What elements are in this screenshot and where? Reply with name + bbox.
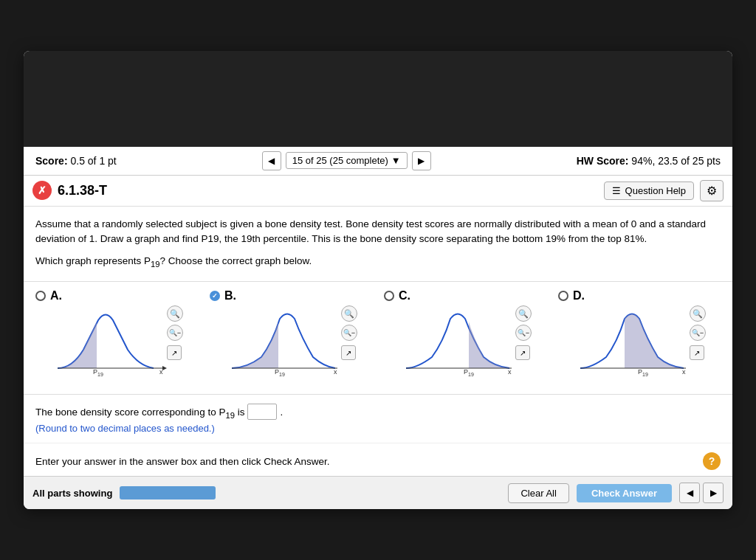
answer-prefix: The bone density score corresponding to … [35,407,244,420]
zoom-out-c-button[interactable]: 🔍− [515,325,532,341]
answer-line: The bone density score corresponding to … [35,404,721,420]
sub-question-text: Which graph represents P19? Choose the c… [35,254,721,271]
header-actions: ☰ Question Help ⚙ [604,180,724,201]
media-area [24,51,732,147]
answer-input-field[interactable] [247,404,277,420]
svg-text:19: 19 [468,372,474,377]
next-question-button[interactable]: ▶ [412,151,431,170]
score-value: 0.5 of 1 pt [70,155,116,167]
svg-text:19: 19 [97,372,103,377]
clear-all-button[interactable]: Clear All [508,483,568,503]
footer-nav-group: ◀ ▶ [679,483,724,503]
question-description: Assume that a randomly selected subject … [24,207,732,282]
zoom-in-c-button[interactable]: 🔍 [515,305,532,322]
question-id-text: 6.1.38-T [58,183,107,198]
answer-section: The bone density score corresponding to … [24,395,732,443]
bottom-instruction-bar: Enter your answer in the answer box and … [24,443,732,476]
option-c-label: C. [399,289,410,303]
external-d-button[interactable]: ↗ [690,345,704,360]
check-answer-button[interactable]: Check Answer [577,484,672,502]
hw-score-value: 94%, 23.5 of 25 pts [631,155,721,167]
graph-c-zoom-controls: 🔍 🔍− ↗ [515,305,532,360]
footer-prev-button[interactable]: ◀ [679,483,700,503]
description-text: Assume that a randomly selected subject … [35,217,721,247]
question-id-group: ✗ 6.1.38-T [32,181,107,200]
option-d-label-row: D. [558,289,721,303]
graph-c-svg: x P 19 [399,305,513,376]
zoom-in-d-button[interactable]: 🔍 [690,305,706,322]
dropdown-arrow-icon: ▼ [391,155,401,166]
score-display: Score: 0.5 of 1 pt [35,155,117,167]
zoom-in-a-button[interactable]: 🔍 [167,305,183,322]
score-label: Score: [35,155,68,167]
graph-d-container: x P 19 🔍 🔍− ↗ [573,305,706,387]
prev-question-button[interactable]: ◀ [262,151,281,170]
graph-option-d: D. x P 19 🔍 🔍− ↗ [558,289,721,387]
graph-d-svg: x P 19 [573,305,687,376]
option-c-label-row: C. [384,289,546,303]
main-window: Score: 0.5 of 1 pt ◀ 15 of 25 (25 comple… [24,51,732,509]
question-header: ✗ 6.1.38-T ☰ Question Help ⚙ [24,176,732,207]
graph-option-c: C. x P 19 🔍 🔍− ↗ [384,289,546,387]
settings-button[interactable]: ⚙ [700,180,724,201]
zoom-out-a-button[interactable]: 🔍− [167,325,183,341]
option-a-label: A. [50,289,62,303]
graph-a-container: x P 19 🔍 🔍− ↗ [50,305,183,387]
external-a-button[interactable]: ↗ [167,345,182,360]
svg-text:x: x [682,368,686,376]
zoom-out-b-button[interactable]: 🔍− [341,325,357,341]
radio-c[interactable] [384,291,394,301]
footer-next-button[interactable]: ▶ [703,483,724,503]
answer-hint: (Round to two decimal places as needed.) [35,423,721,434]
hw-score-display: HW Score: 94%, 23.5 of 25 pts [577,155,721,167]
graph-a-zoom-controls: 🔍 🔍− ↗ [167,305,183,360]
help-circle-button[interactable]: ? [703,452,721,470]
instruction-text: Enter your answer in the answer box and … [35,456,329,467]
option-a-label-row: A. [35,289,198,303]
external-b-button[interactable]: ↗ [341,345,356,360]
help-label: Question Help [625,185,686,196]
graphs-row: A. [35,289,721,387]
zoom-out-d-button[interactable]: 🔍− [690,325,706,341]
graphs-section: A. [24,282,732,395]
graph-b-svg: x P 19 [224,305,339,376]
hw-score-label: HW Score: [577,155,629,167]
graph-option-a: A. [35,289,198,387]
radio-d[interactable] [558,291,568,301]
question-position-dropdown[interactable]: 15 of 25 (25 complete) ▼ [286,152,408,169]
svg-text:19: 19 [642,372,648,377]
answer-period: . [280,407,283,418]
footer-bar: All parts showing Clear All Check Answer… [24,476,732,509]
svg-text:x: x [508,368,512,376]
option-b-label: B. [224,289,236,303]
progress-bar [120,486,216,499]
zoom-in-b-button[interactable]: 🔍 [341,305,357,322]
option-d-label: D. [573,289,585,303]
radio-a[interactable] [35,291,46,301]
option-b-label-row: B. [210,289,372,303]
graph-option-b: B. x P 19 🔍 🔍− ↗ [210,289,372,387]
graph-c-container: x P 19 🔍 🔍− ↗ [399,305,532,387]
score-bar: Score: 0.5 of 1 pt ◀ 15 of 25 (25 comple… [24,147,732,176]
graph-a-svg: x P 19 [50,305,165,376]
list-icon: ☰ [612,185,621,196]
nav-position-text: 15 of 25 (25 complete) [292,155,388,166]
svg-text:x: x [159,368,163,376]
graph-d-zoom-controls: 🔍 🔍− ↗ [690,305,706,360]
all-parts-label: All parts showing [32,488,112,499]
svg-text:x: x [334,368,337,376]
wrong-icon: ✗ [32,181,52,200]
graph-b-container: x P 19 🔍 🔍− ↗ [224,305,357,387]
gear-icon: ⚙ [707,184,717,197]
radio-b[interactable] [210,291,220,301]
graph-b-zoom-controls: 🔍 🔍− ↗ [341,305,357,360]
question-nav-group: ◀ 15 of 25 (25 complete) ▼ ▶ [262,151,431,170]
external-c-button[interactable]: ↗ [515,345,530,360]
svg-text:19: 19 [279,372,285,377]
question-help-button[interactable]: ☰ Question Help [604,182,694,200]
